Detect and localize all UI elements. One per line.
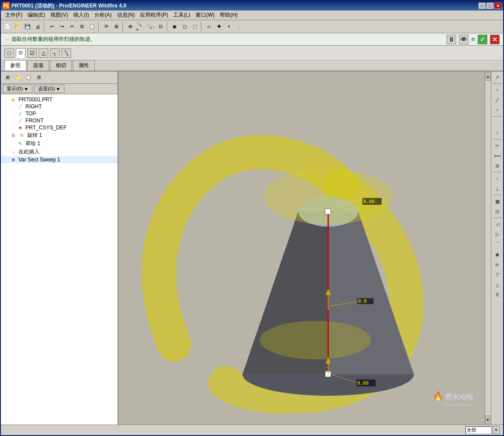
rt-tool4[interactable]: ◉ [493,250,502,259]
tree-right-label: RIGHT [25,104,42,110]
tab-options[interactable]: 选项 [27,60,49,71]
view-fit[interactable]: ⊡ [156,22,165,32]
sect-icon-1[interactable]: □ [4,48,14,58]
save-button[interactable]: 💾 [23,22,32,32]
status-bar: 全部 ▼ [1,425,503,435]
rt-offset[interactable]: ⧉ [493,161,502,171]
rt-select[interactable]: ↗ [493,72,502,82]
rt-tool3[interactable]: ⌒ [493,239,502,249]
rt-sep-4 [493,172,502,172]
redo-button[interactable]: ↪ [57,22,67,32]
rt-trim[interactable]: ✂ [493,141,502,150]
rt-tool5[interactable]: ⊳ [493,260,502,269]
pause-button[interactable]: ⏸ [447,35,456,44]
tree-btn-4[interactable]: ⚙ [34,73,44,82]
menu-item-info[interactable]: 信息(N) [114,11,138,20]
hidden-button[interactable]: ⬚ [190,22,200,32]
options-button[interactable]: 👁 [459,35,468,44]
filter-input[interactable]: 全部 [465,426,492,434]
tree-sweep-icon: ✻ [10,157,17,163]
tree-item-top[interactable]: ╱ TOP [1,110,118,117]
rt-circle[interactable]: ○ [493,128,502,138]
maximize-button[interactable]: □ [486,3,493,9]
close-button[interactable]: ✕ [494,3,501,9]
datum-csys-button[interactable]: ⌖ [224,22,234,32]
rt-tool1[interactable]: ◁ [493,219,502,229]
minimize-button[interactable]: ─ [479,3,486,9]
tree-item-revolve[interactable]: ⊟ ↻ 旋转 1 [1,131,118,139]
tree-front-label: FRONT [25,118,43,124]
open-button[interactable]: 📂 [13,22,22,32]
menu-item-file[interactable]: 文件(F) [3,11,25,20]
tree-settings-btn[interactable]: 设置(G) ▼ [34,85,64,93]
sect-icon-3[interactable]: ☑ [27,48,37,58]
copy-button[interactable]: ⧉ [77,22,87,32]
window-title: PRT0001 (活动的) - Pro/ENGINEER Wildfire 4.… [11,2,126,10]
datum-planes-button[interactable]: ▱ [204,22,214,32]
sect-icon-2[interactable]: ⊙ [16,48,25,58]
tree-csys-label: PRT_CSYS_DEF [25,125,67,131]
tree-show-btn[interactable]: 显示(D) ▼ [3,85,32,93]
paste-button[interactable]: 📋 [87,22,97,32]
sect-icon-6[interactable]: ╲ [61,48,71,58]
rt-sketch-view[interactable]: ⊡ [493,207,502,216]
viewport[interactable]: 0.00 0.0 0.00 🔥 野火论坛 www.proe.ch [118,71,491,425]
datum-axes-button[interactable]: ✚ [214,22,224,32]
tab-properties[interactable]: 属性 [73,60,95,71]
tree-root[interactable]: ⊞ PRT0001.PRT [1,96,118,103]
shading-button[interactable]: ◉ [170,22,179,32]
menu-item-view[interactable]: 视图(V) [48,11,71,20]
menu-item-analysis[interactable]: 分析(A) [92,11,114,20]
wireframe-button[interactable]: ◻ [180,22,189,32]
datum-points-button[interactable]: · [234,22,244,32]
rt-tool6[interactable]: ▽ [493,270,502,279]
regen-button[interactable]: ⟳ [101,22,111,32]
rt-palette[interactable]: ▩ [493,197,502,206]
rt-tool8[interactable]: ∇ [493,290,502,300]
rt-point[interactable]: · [493,118,502,128]
tree-right-icon: ╱ [17,104,24,110]
tab-ref[interactable]: 参照 [4,60,26,71]
rt-arc[interactable]: ╱ [493,95,502,105]
tree-btn-3[interactable]: 📋 [24,73,33,82]
tree-item-sketch[interactable]: ✎ 草绘 1 [1,139,118,148]
menu-item-apps[interactable]: 应用程序(P) [137,11,171,20]
tree-item-front[interactable]: ╱ FRONT [1,117,118,124]
tab-tangent[interactable]: 相切 [50,60,72,71]
rt-line[interactable]: ─ [493,85,502,95]
toolbar-sep-1 [44,22,46,32]
sect-icon-5[interactable]: ┐ [50,48,60,58]
rt-dim[interactable]: ↔ [493,174,502,183]
tree-item-sweep[interactable]: ✻ Var Sect Sweep 1 [1,156,118,163]
rt-tool7[interactable]: △ [493,280,502,289]
scroll-down[interactable]: ▼ [485,415,490,424]
cancel-button[interactable]: ✕ [490,35,500,44]
rt-spline[interactable]: ~ [493,105,502,115]
viewport-scrollbar[interactable]: ▲ ▼ [485,71,491,425]
filter-arrow[interactable]: ▼ [493,426,500,434]
feature-button[interactable]: ⊞ [111,22,121,32]
view-zoom-out[interactable]: 🔍- [146,22,155,32]
view-zoom-in[interactable]: 🔍+ [136,22,145,32]
tree-item-csys[interactable]: ✚ PRT_CSYS_DEF [1,124,118,131]
menu-item-tools[interactable]: 工具(L) [171,11,193,20]
scroll-up[interactable]: ▲ [486,72,491,81]
tree-btn-2[interactable]: 📁 [13,73,23,82]
view-named-button[interactable]: 👁 [125,22,135,32]
menu-item-insert[interactable]: 插入(I) [71,11,91,20]
new-button[interactable]: 📄 [3,22,12,32]
tree-item-right[interactable]: ╱ RIGHT [1,103,118,110]
menu-item-help[interactable]: 帮助(H) [217,11,240,20]
menu-item-window[interactable]: 窗口(W) [193,11,217,20]
undo-button[interactable]: ↩ [47,22,57,32]
print-button[interactable]: 🖨 [33,22,43,32]
rt-tool2[interactable]: ▷ [493,229,502,239]
tree-btn-1[interactable]: ⊞ [3,73,12,82]
cut-button[interactable]: ✂ [67,22,77,32]
rt-mirror[interactable]: ⟺ [493,151,502,161]
ok-button[interactable]: ✓ [478,35,487,44]
tree-item-insert[interactable]: → 在此插入 [1,148,118,156]
sect-icon-4[interactable]: △ [39,48,48,58]
menu-item-edit[interactable]: 编辑(E) [25,11,48,20]
rt-constraint[interactable]: ⊥ [493,184,502,193]
